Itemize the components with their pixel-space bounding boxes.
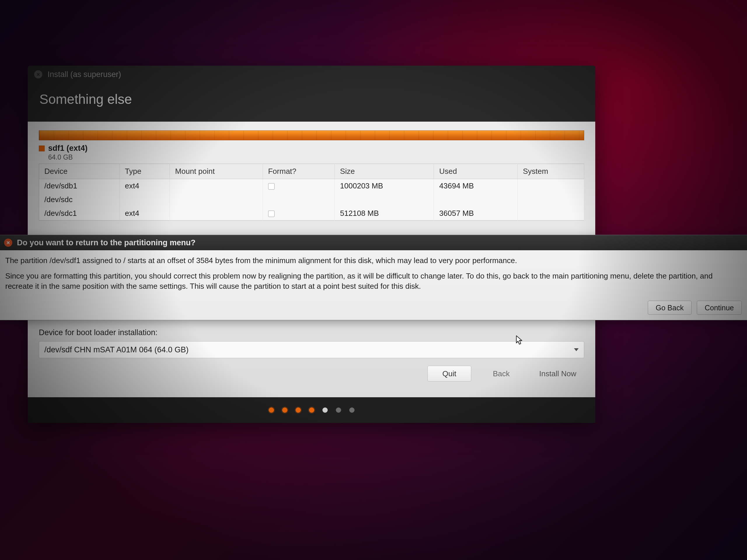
cell-type: ext4	[120, 207, 170, 220]
cell-system	[517, 207, 584, 220]
cell-used: 36057 MB	[434, 207, 518, 220]
cell-mount	[170, 193, 263, 207]
cell-used: 43694 MB	[434, 179, 518, 193]
col-size[interactable]: Size	[335, 164, 434, 179]
dialog-title-text: Do you want to return to the partitionin…	[17, 238, 196, 247]
col-format[interactable]: Format?	[263, 164, 335, 179]
dialog-paragraph: Since you are formatting this partition,…	[5, 271, 742, 291]
cell-size: 512108 MB	[335, 207, 434, 220]
step-dot	[336, 407, 341, 413]
partition-table[interactable]: Device Type Mount point Format? Size Use…	[39, 164, 584, 220]
step-dot	[349, 407, 355, 413]
wizard-buttons: Quit Back Install Now	[39, 358, 584, 392]
col-mount[interactable]: Mount point	[170, 164, 263, 179]
cell-format	[263, 193, 335, 207]
go-back-button[interactable]: Go Back	[648, 301, 692, 315]
install-now-button[interactable]: Install Now	[531, 366, 584, 381]
window-titlebar[interactable]: × Install (as superuser)	[28, 65, 595, 83]
cell-size: 1000203 MB	[335, 179, 434, 193]
table-row[interactable]: /dev/sdc	[39, 193, 584, 207]
cell-size	[335, 193, 434, 207]
boot-device-select[interactable]: /dev/sdf CHN mSAT A01M 064 (64.0 GB)	[39, 341, 584, 358]
cell-device: /dev/sdc1	[39, 207, 120, 220]
cell-format[interactable]	[263, 179, 335, 193]
cell-mount	[170, 179, 263, 193]
col-device[interactable]: Device	[39, 164, 120, 179]
col-system[interactable]: System	[517, 164, 584, 179]
cell-type: ext4	[120, 179, 170, 193]
continue-button[interactable]: Continue	[697, 301, 742, 315]
disk-color-swatch	[39, 145, 45, 151]
cell-format[interactable]	[263, 207, 335, 220]
cell-type	[120, 193, 170, 207]
table-row[interactable]: /dev/sdb1 ext4 1000203 MB 43694 MB	[39, 179, 584, 193]
step-dot	[309, 407, 314, 413]
page-title: Something else	[28, 83, 595, 122]
cell-device: /dev/sdb1	[39, 179, 120, 193]
cell-used	[434, 193, 518, 207]
alignment-warning-dialog: × Do you want to return to the partition…	[0, 235, 747, 320]
boot-loader-section: Device for boot loader installation: /de…	[39, 328, 584, 397]
table-header-row: Device Type Mount point Format? Size Use…	[39, 164, 584, 179]
disk-size: 64.0 GB	[48, 153, 584, 161]
chevron-down-icon	[574, 348, 578, 351]
close-icon[interactable]: ×	[34, 70, 42, 78]
disk-legend: sdf1 (ext4)	[39, 144, 584, 153]
back-button[interactable]: Back	[480, 366, 523, 381]
col-used[interactable]: Used	[434, 164, 518, 179]
step-dot	[269, 407, 274, 413]
window-title: Install (as superuser)	[48, 70, 121, 79]
progress-dots	[28, 397, 595, 423]
cell-system	[517, 179, 584, 193]
boot-loader-label: Device for boot loader installation:	[39, 328, 584, 337]
dialog-paragraph: The partition /dev/sdf1 assigned to / st…	[5, 256, 742, 266]
col-type[interactable]: Type	[120, 164, 170, 179]
checkbox-icon[interactable]	[268, 183, 275, 190]
dialog-titlebar[interactable]: × Do you want to return to the partition…	[0, 235, 747, 250]
step-dot	[295, 407, 301, 413]
boot-device-value: /dev/sdf CHN mSAT A01M 064 (64.0 GB)	[44, 345, 188, 354]
disk-name: sdf1 (ext4)	[48, 144, 87, 153]
error-icon: ×	[4, 239, 12, 247]
step-dot	[282, 407, 287, 413]
quit-button[interactable]: Quit	[428, 366, 471, 381]
disk-usage-bar[interactable]	[39, 130, 584, 140]
table-row[interactable]: /dev/sdc1 ext4 512108 MB 36057 MB	[39, 207, 584, 220]
step-dot	[323, 407, 328, 413]
cell-device: /dev/sdc	[39, 193, 120, 207]
cell-mount	[170, 207, 263, 220]
dialog-actions: Go Back Continue	[0, 299, 747, 320]
cell-system	[517, 193, 584, 207]
dialog-body: The partition /dev/sdf1 assigned to / st…	[0, 250, 747, 299]
checkbox-icon[interactable]	[268, 211, 275, 217]
